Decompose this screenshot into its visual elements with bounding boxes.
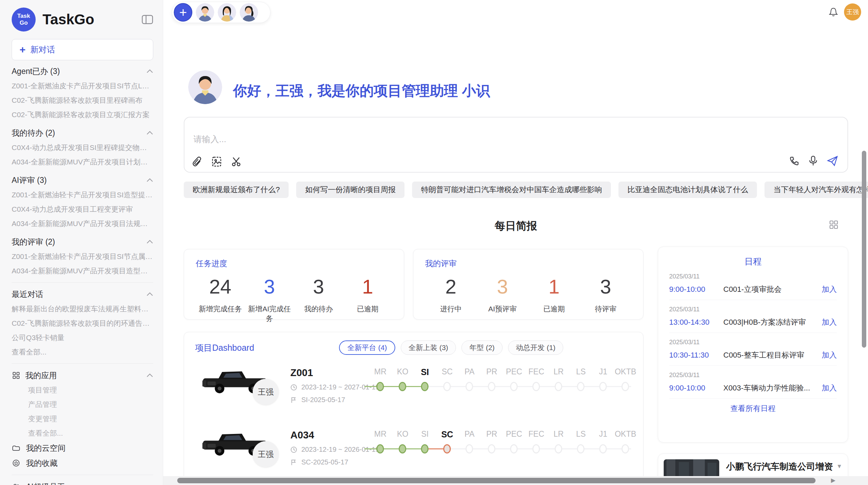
project-flag-milestone: SC-2025-05-17 bbox=[301, 458, 348, 466]
recent-chat-item[interactable]: 解释最新出台的欧盟报废车法规再生塑料比例被调至15%... bbox=[12, 302, 153, 316]
divider bbox=[12, 363, 153, 364]
schedule-title: 日程 bbox=[669, 256, 837, 267]
sidebar-task-item[interactable]: C0X4-动力总成开发项目工程变更评审 bbox=[12, 202, 153, 216]
star-badge-icon bbox=[12, 459, 21, 467]
sidebar-task-item[interactable]: Z001-全新燃油皮卡产品开发项目SI节点Lesson Learn报告 bbox=[12, 79, 153, 93]
my-review-card: 我的评审 2进行中 3AI预评审 1已逾期 3待评审 bbox=[413, 249, 643, 320]
section-recent-chats[interactable]: 最近对话 bbox=[12, 287, 153, 302]
app-link-project-mgmt[interactable]: 项目管理 bbox=[12, 383, 153, 397]
filter-pill-powertrain[interactable]: 动总开发 (1) bbox=[508, 340, 564, 355]
suggestion-chip[interactable]: 比亚迪全固态电池计划具体说了什么 bbox=[618, 182, 757, 198]
scissors-icon[interactable] bbox=[231, 156, 242, 167]
filter-pill-new-body[interactable]: 全新上装 (3) bbox=[401, 340, 456, 355]
join-link[interactable]: 加入 bbox=[822, 383, 837, 393]
section-my-review[interactable]: 我的评审 (2) bbox=[12, 234, 153, 249]
scroll-down-arrow-icon[interactable]: ▼ bbox=[836, 463, 842, 470]
suggestion-chip[interactable]: 欧洲新规最近颁布了什么? bbox=[184, 182, 289, 198]
plus-icon: + bbox=[179, 5, 187, 20]
stat-label: 新增AI完成任务 bbox=[245, 304, 294, 323]
view-all-schedule-link[interactable]: 查看所有日程 bbox=[669, 403, 837, 414]
stat-value: 1 bbox=[343, 275, 392, 298]
agent-switcher: + bbox=[172, 2, 270, 23]
card-title: 我的评审 bbox=[425, 258, 631, 269]
image-upload-icon[interactable] bbox=[211, 156, 222, 167]
microphone-icon[interactable] bbox=[808, 156, 818, 166]
sidebar-task-item[interactable]: A034-全新新能源MUV产品开发项目计划变更表编写 bbox=[12, 155, 153, 169]
scroll-right-arrow-icon[interactable]: ▶ bbox=[831, 477, 835, 484]
section-my-apps[interactable]: 我的应用 bbox=[12, 368, 153, 383]
section-agent-done[interactable]: Agent已办 (3) bbox=[12, 64, 153, 79]
chevron-up-icon[interactable] bbox=[146, 178, 153, 182]
vertical-scrollbar-thumb[interactable] bbox=[862, 151, 866, 348]
schedule-card: 日程 2025/03/11 9:00-10:00 C001-立项审批会 加入 2… bbox=[658, 247, 848, 443]
agent-avatar[interactable] bbox=[240, 3, 258, 22]
stat-label: 进行中 bbox=[425, 304, 477, 314]
stat-value: 3 bbox=[477, 275, 529, 298]
suggestion-chip[interactable]: 如何写一份清晰的项目周报 bbox=[296, 182, 405, 198]
add-agent-button[interactable]: + bbox=[174, 3, 192, 22]
horizontal-scrollbar-thumb[interactable] bbox=[177, 478, 816, 483]
schedule-event-title: C003|H0B-方案冻结评审 bbox=[723, 317, 818, 327]
suggestion-chip[interactable]: 当下年轻人对汽车外观有怎样的喜好趋势 bbox=[764, 182, 868, 198]
project-row[interactable]: 王强 Z001 2023-12-19 ~ 2027-01-19 SI-2025-… bbox=[195, 363, 635, 417]
chevron-up-icon[interactable] bbox=[146, 240, 153, 244]
project-owner-badge: 王强 bbox=[253, 379, 279, 405]
chevron-up-icon[interactable] bbox=[146, 292, 153, 296]
attachment-icon[interactable] bbox=[192, 156, 202, 167]
sidebar-task-item[interactable]: C0X4-动力总成开发项目SI里程碑提交物检查 bbox=[12, 140, 153, 155]
sidebar-task-item[interactable]: A034-全新新能源MUV产品开发项目法规符合性评审 bbox=[12, 216, 153, 231]
filter-pill-new-platform[interactable]: 全新平台 (4) bbox=[339, 340, 395, 355]
schedule-time: 10:30-11:30 bbox=[669, 351, 723, 360]
sidebar-item-cloud-space[interactable]: 我的云空间 bbox=[12, 440, 153, 456]
view-all-apps-link[interactable]: 查看全部... bbox=[12, 426, 153, 440]
sidebar-task-item[interactable]: C02-飞腾新能源轻客改款项目立项汇报方案 bbox=[12, 108, 153, 122]
stat-label: 已逾期 bbox=[343, 304, 392, 314]
message-input[interactable] bbox=[193, 134, 673, 145]
sidebar-collapse-icon[interactable] bbox=[142, 14, 153, 25]
sidebar: Task Go TaskGo + 新对话 Agent已办 (3) Z001-全新… bbox=[0, 0, 163, 485]
schedule-event-title: C005-整车工程目标评审 bbox=[723, 350, 818, 360]
section-my-todo[interactable]: 我的待办 (2) bbox=[12, 125, 153, 140]
schedule-time: 13:00-14:30 bbox=[669, 318, 723, 327]
app-logo: Task Go bbox=[12, 8, 36, 32]
user-avatar[interactable]: 王强 bbox=[844, 3, 861, 21]
milestone-track: MRKO SISC PAPR PECFEC LRLS J1OKTB bbox=[369, 367, 637, 393]
new-chat-button[interactable]: + 新对话 bbox=[12, 39, 153, 60]
card-title: 任务进度 bbox=[196, 258, 392, 269]
stat-label: 待评审 bbox=[580, 304, 632, 314]
sidebar-task-item[interactable]: Z001-全新燃油轻卡产品开发项目SI造型提交物评审 bbox=[12, 188, 153, 202]
recent-chat-item[interactable]: 公司Q3轻卡销量 bbox=[12, 331, 153, 345]
agent-avatar[interactable] bbox=[196, 3, 214, 22]
recent-chat-item[interactable]: C02-飞腾新能源轻客改款项目的闭环通告反馈情况 bbox=[12, 316, 153, 331]
send-icon[interactable] bbox=[827, 156, 839, 166]
clock-icon bbox=[290, 384, 297, 391]
chevron-up-icon[interactable] bbox=[146, 373, 153, 377]
project-row[interactable]: 王强 A034 2023-12-19 ~ 2026-01-19 SC-2025-… bbox=[195, 425, 635, 480]
sidebar-item-ai-employees[interactable]: AI超级员工 bbox=[12, 479, 153, 485]
view-all-chats-link[interactable]: 查看全部... bbox=[12, 345, 153, 359]
stat-value: 3 bbox=[294, 275, 343, 298]
message-composer bbox=[184, 117, 848, 173]
layout-grid-icon[interactable] bbox=[829, 220, 839, 229]
app-link-product-mgmt[interactable]: 产品管理 bbox=[12, 397, 153, 412]
plus-icon: + bbox=[20, 44, 26, 55]
suggestion-chip[interactable]: 特朗普可能对进口汽车增税会对中国车企造成哪些影响 bbox=[412, 182, 611, 198]
filter-pill-year-model[interactable]: 年型 (2) bbox=[461, 340, 503, 355]
section-ai-review[interactable]: AI评审 (3) bbox=[12, 173, 153, 188]
app-link-change-mgmt[interactable]: 变更管理 bbox=[12, 412, 153, 426]
join-link[interactable]: 加入 bbox=[822, 317, 837, 327]
sidebar-task-item[interactable]: Z001-全新燃油轻卡产品开发项目SI节点属性5D文件评审 bbox=[12, 249, 153, 264]
chevron-up-icon[interactable] bbox=[146, 131, 153, 135]
sidebar-task-item[interactable]: C02-飞腾新能源轻客改款项目里程碑画布 bbox=[12, 93, 153, 108]
agent-avatar[interactable] bbox=[218, 3, 236, 22]
greeting-text: 你好，王强，我是你的项目管理助理 小识 bbox=[233, 82, 490, 100]
sidebar-item-favorites[interactable]: 我的收藏 bbox=[12, 456, 153, 471]
notification-bell-icon[interactable] bbox=[829, 7, 838, 17]
chevron-up-icon[interactable] bbox=[146, 69, 153, 73]
sidebar-task-item[interactable]: A034-全新新能源MUV产品开发项目造型可行性评审 bbox=[12, 264, 153, 278]
join-link[interactable]: 加入 bbox=[822, 350, 837, 360]
phone-call-icon[interactable] bbox=[789, 156, 799, 166]
join-link[interactable]: 加入 bbox=[822, 284, 837, 295]
milestone-track: MRKO SISC PAPR PECFEC LRLS J1OKTB bbox=[369, 430, 637, 455]
project-owner-badge: 王强 bbox=[253, 441, 279, 467]
